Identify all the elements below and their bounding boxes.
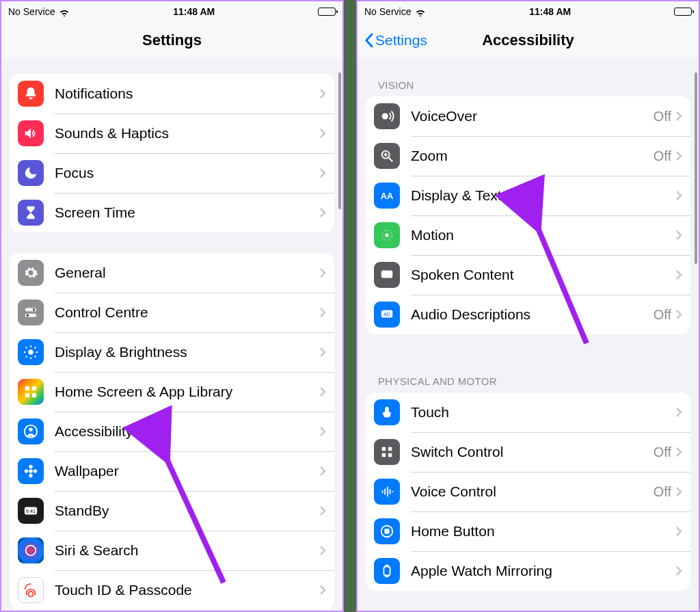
accessibility-list[interactable]: VisionVoiceOverOffZoomOffAADisplay & Tex… (358, 59, 699, 611)
row-label: Control Centre (55, 304, 319, 321)
row-focus[interactable]: Focus (10, 153, 334, 193)
svg-rect-42 (388, 453, 392, 457)
row-label: Siri & Search (55, 542, 319, 559)
svg-rect-50 (383, 567, 390, 576)
svg-line-12 (26, 356, 27, 358)
chevron-right-icon (675, 407, 682, 418)
row-audio-descriptions[interactable]: ADAudio DescriptionsOff (366, 295, 690, 334)
home-icon (374, 518, 400, 544)
row-screen-time[interactable]: Screen Time (10, 193, 334, 232)
svg-point-21 (29, 474, 33, 478)
switch-icon (374, 439, 400, 465)
settings-list[interactable]: NotificationsSounds & HapticsFocusScreen… (1, 59, 342, 611)
scrollbar[interactable] (338, 72, 341, 209)
row-apple-watch-mirroring[interactable]: Apple Watch Mirroring (366, 551, 690, 591)
back-label: Settings (375, 32, 427, 49)
accessibility-group-0: VoiceOverOffZoomOffAADisplay & Text Size… (366, 96, 690, 334)
chevron-right-icon (319, 545, 326, 556)
svg-point-28 (382, 113, 388, 119)
row-home-button[interactable]: Home Button (366, 511, 690, 551)
svg-text:AA: AA (381, 191, 394, 201)
row-accessibility[interactable]: Accessibility (10, 412, 334, 451)
row-zoom[interactable]: ZoomOff (366, 136, 690, 176)
settings-screen: No Service 11:48 AM Settings Notificatio… (0, 0, 344, 612)
row-label: VoiceOver (411, 108, 654, 124)
chevron-right-icon (675, 230, 682, 241)
scrollbar[interactable] (695, 72, 697, 264)
svg-rect-14 (32, 386, 36, 390)
sun-icon (18, 339, 44, 365)
back-button[interactable]: Settings (364, 32, 427, 49)
row-touch[interactable]: Touch (366, 393, 690, 432)
touch-icon (374, 399, 400, 425)
row-motion[interactable]: Motion (366, 215, 690, 255)
row-notifications[interactable]: Notifications (10, 74, 334, 114)
chevron-right-icon (675, 269, 682, 280)
wifi-icon (59, 8, 70, 16)
svg-line-9 (26, 347, 27, 349)
ad-icon: AD (374, 302, 400, 328)
row-standby[interactable]: 9:41StandBy (10, 491, 334, 531)
svg-rect-15 (25, 393, 29, 397)
svg-rect-41 (382, 453, 386, 457)
row-label: Sounds & Haptics (55, 125, 319, 142)
chevron-right-icon (675, 190, 682, 201)
watch-icon (374, 558, 400, 584)
row-label: Accessibility (55, 423, 319, 440)
row-switch-control[interactable]: Switch ControlOff (366, 432, 690, 472)
person-icon (18, 418, 44, 444)
svg-text:9:41: 9:41 (26, 508, 36, 514)
row-label: Display & Text Size (411, 187, 675, 204)
row-label: Home Button (411, 523, 675, 540)
chevron-right-icon (319, 426, 326, 437)
row-control-centre[interactable]: Control Centre (10, 293, 334, 332)
row-display-text-size[interactable]: AADisplay & Text Size (366, 176, 690, 215)
settings-group-1: GeneralControl CentreDisplay & Brightnes… (10, 253, 334, 610)
bell-icon (18, 81, 44, 107)
row-voiceover[interactable]: VoiceOverOff (366, 96, 690, 136)
svg-point-3 (27, 314, 29, 317)
svg-rect-13 (25, 386, 29, 390)
chevron-right-icon (319, 386, 326, 397)
carrier-label: No Service (364, 6, 411, 17)
clock-icon: 9:41 (18, 498, 44, 524)
voice-icon (374, 479, 400, 505)
row-sounds-haptics[interactable]: Sounds & Haptics (10, 114, 334, 153)
svg-point-35 (385, 233, 389, 237)
siri-icon (18, 537, 44, 563)
row-siri-search[interactable]: Siri & Search (10, 531, 334, 570)
clock-label: 11:48 AM (529, 6, 571, 17)
wifi-icon (415, 8, 426, 16)
row-spoken-content[interactable]: Spoken Content (366, 255, 690, 295)
row-home-screen[interactable]: Home Screen & App Library (10, 372, 334, 412)
row-general[interactable]: General (10, 253, 334, 293)
row-wallpaper[interactable]: Wallpaper (10, 451, 334, 491)
speech-icon (374, 262, 400, 288)
row-touch-id[interactable]: Touch ID & Passcode (10, 570, 334, 610)
chevron-right-icon (675, 150, 682, 161)
section-header: Vision (366, 59, 690, 96)
carrier-label: No Service (8, 6, 55, 17)
svg-rect-40 (388, 447, 392, 451)
fingerprint-icon (18, 577, 44, 603)
svg-rect-49 (384, 529, 389, 533)
row-label: Zoom (411, 148, 654, 164)
switches-icon (18, 300, 44, 325)
svg-point-2 (33, 308, 36, 311)
chevron-right-icon (319, 585, 326, 596)
svg-rect-16 (32, 393, 36, 397)
row-voice-control[interactable]: Voice ControlOff (366, 472, 690, 511)
row-label: Wallpaper (55, 463, 319, 479)
row-label: Touch ID & Passcode (55, 582, 319, 598)
battery-icon (674, 8, 692, 16)
settings-group-0: NotificationsSounds & HapticsFocusScreen… (10, 74, 334, 232)
row-display-brightness[interactable]: Display & Brightness (10, 332, 334, 372)
row-label: Touch (411, 404, 675, 421)
section-header: Physical and Motor (366, 355, 690, 393)
svg-point-20 (29, 465, 33, 469)
row-value: Off (654, 444, 671, 460)
chevron-right-icon (319, 347, 326, 358)
motion-icon (374, 222, 400, 248)
row-value: Off (654, 109, 671, 124)
row-label: Screen Time (55, 204, 319, 221)
